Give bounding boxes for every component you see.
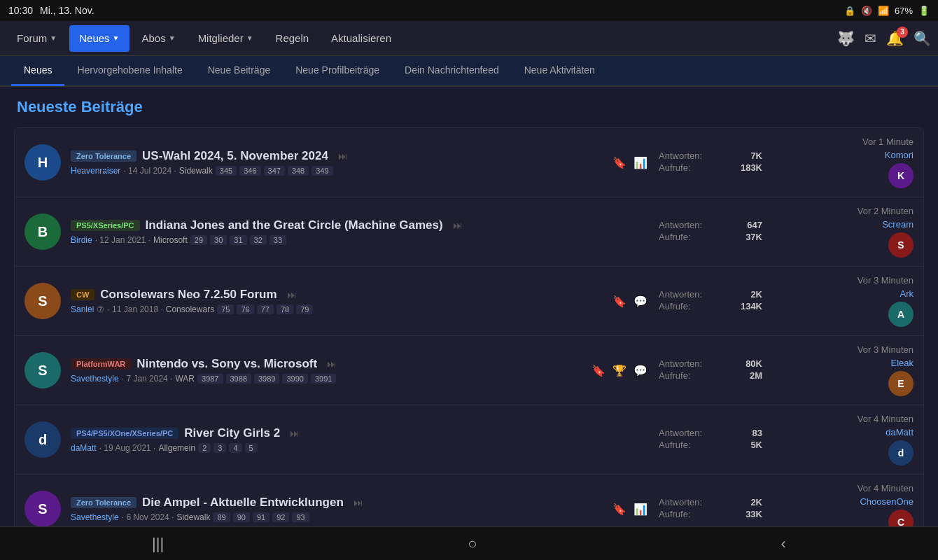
last-user[interactable]: Komori xyxy=(885,150,913,160)
subnav-neue-aktivitaeten[interactable]: Neue Aktivitäten xyxy=(512,55,608,86)
post-title[interactable]: Die Ampel - Aktuelle Entwicklungen xyxy=(142,496,344,510)
page-pill[interactable]: 30 xyxy=(210,235,227,245)
post-forum[interactable]: Allgemein xyxy=(158,443,195,453)
last-user[interactable]: Eleak xyxy=(890,358,913,368)
bell-icon-btn[interactable]: 🔔 3 xyxy=(886,30,904,47)
last-user[interactable]: Ark xyxy=(900,288,914,299)
post-title[interactable]: US-Wahl 2024, 5. November 2024 xyxy=(142,149,328,163)
post-forum[interactable]: Sidewalk xyxy=(179,166,213,176)
page-pill[interactable]: 348 xyxy=(288,166,309,176)
chat-icon[interactable]: 💬 xyxy=(634,295,648,308)
aufrufe-label: Aufrufe: xyxy=(659,509,691,519)
chat-icon[interactable]: 💬 xyxy=(634,364,648,377)
post-author[interactable]: daMatt xyxy=(71,443,97,453)
post-author[interactable]: Heavenraiser xyxy=(71,166,120,176)
skip-icon[interactable]: ⏭ xyxy=(290,428,300,439)
nav-mitglieder[interactable]: Mitglieder ▼ xyxy=(188,25,263,52)
post-tag[interactable]: PS4/PS5/XOne/XSeries/PC xyxy=(71,428,178,439)
page-pill[interactable]: 3988 xyxy=(226,374,251,384)
nav-abos[interactable]: Abos ▼ xyxy=(132,25,186,52)
last-user[interactable]: Scream xyxy=(882,219,913,230)
nav-neues[interactable]: Neues ▼ xyxy=(69,25,129,52)
post-author[interactable]: Savethestyle xyxy=(71,374,119,384)
page-pill[interactable]: 349 xyxy=(312,166,332,176)
page-pill[interactable]: 33 xyxy=(270,235,286,245)
page-pill[interactable]: 31 xyxy=(230,235,246,245)
page-pill[interactable]: 79 xyxy=(296,304,313,314)
skip-icon[interactable]: ⏭ xyxy=(453,220,463,231)
chart-icon[interactable]: 📊 xyxy=(634,156,648,169)
bookmark-icon[interactable]: 🔖 xyxy=(592,364,606,377)
page-pill[interactable]: 3991 xyxy=(311,374,336,384)
bottom-nav-home[interactable]: ○ xyxy=(451,529,493,559)
nav-aktualisieren[interactable]: Aktualisieren xyxy=(321,25,401,52)
post-author[interactable]: Birdie xyxy=(71,235,92,245)
post-forum[interactable]: WAR xyxy=(175,374,195,384)
chart-icon[interactable]: 📊 xyxy=(634,503,648,516)
page-pill[interactable]: 4 xyxy=(229,443,241,453)
post-title[interactable]: Consolewars Neo 7.2.50 Forum xyxy=(100,288,276,302)
page-pill[interactable]: 5 xyxy=(245,443,258,453)
page-pill[interactable]: 3990 xyxy=(282,374,307,384)
nav-regeln-label: Regeln xyxy=(276,32,309,44)
trophy-icon[interactable]: 🏆 xyxy=(612,364,626,377)
skip-icon[interactable]: ⏭ xyxy=(354,497,363,508)
subnav-neue-profilbeitraege[interactable]: Neue Profilbeiträge xyxy=(283,55,392,86)
post-forum[interactable]: Sidewalk xyxy=(176,512,210,522)
last-user[interactable]: daMatt xyxy=(886,427,913,438)
page-pill[interactable]: 78 xyxy=(276,304,293,314)
subnav-nachrichtenfeed[interactable]: Dein Nachrichtenfeed xyxy=(392,55,512,86)
bookmark-icon[interactable]: 🔖 xyxy=(612,295,626,308)
page-pill[interactable]: 3989 xyxy=(254,374,279,384)
post-title[interactable]: River City Girls 2 xyxy=(184,426,280,440)
post-forum[interactable]: Consolewars xyxy=(166,304,214,314)
page-pill[interactable]: 3987 xyxy=(197,374,223,384)
bookmark-icon[interactable]: 🔖 xyxy=(612,156,626,169)
page-pill[interactable]: 91 xyxy=(253,512,270,522)
post-tag[interactable]: PlatformWAR xyxy=(71,358,131,370)
search-icon-btn[interactable]: 🔍 xyxy=(913,30,931,47)
subnav-neues[interactable]: Neues xyxy=(11,55,64,86)
aufrufe-value: 134K xyxy=(741,301,762,312)
post-author[interactable]: Savethestyle xyxy=(71,512,119,522)
post-author[interactable]: Sanlei xyxy=(71,304,94,314)
last-user[interactable]: ChoosenOne xyxy=(860,496,913,507)
avatar-icon-btn[interactable]: 🐺 xyxy=(837,30,855,47)
subnav-hervorgehobene[interactable]: Hervorgehobene Inhalte xyxy=(64,55,195,86)
subnav-neue-beitraege[interactable]: Neue Beiträge xyxy=(195,55,284,86)
page-pill[interactable]: 76 xyxy=(237,304,253,314)
page-pill[interactable]: 75 xyxy=(217,304,234,314)
post-title[interactable]: Indiana Jones and the Great Circle (Mach… xyxy=(146,218,443,232)
page-pill[interactable]: 3 xyxy=(214,443,226,453)
page-pill[interactable]: 92 xyxy=(272,512,289,522)
skip-icon[interactable]: ⏭ xyxy=(287,289,297,300)
post-main: PS5/XSeries/PC Indiana Jones and the Gre… xyxy=(71,218,640,245)
page-pill[interactable]: 2 xyxy=(198,443,211,453)
page-pill[interactable]: 29 xyxy=(190,235,207,245)
page-pill[interactable]: 89 xyxy=(213,512,230,522)
bottom-nav-back[interactable]: ‹ xyxy=(764,529,803,559)
mail-icon-btn[interactable]: ✉ xyxy=(864,30,876,47)
nav-forum[interactable]: Forum ▼ xyxy=(7,25,66,52)
bookmark-icon[interactable]: 🔖 xyxy=(612,503,626,516)
page-pill[interactable]: 345 xyxy=(216,166,237,176)
post-tag[interactable]: PS5/XSeries/PC xyxy=(71,220,140,231)
page-pill[interactable]: 346 xyxy=(239,166,260,176)
bottom-nav-menu[interactable]: ||| xyxy=(135,529,181,559)
post-tag[interactable]: Zero Tolerance xyxy=(71,150,136,162)
page-pill[interactable]: 347 xyxy=(264,166,285,176)
post-title[interactable]: Nintendo vs. Sony vs. Microsoft xyxy=(136,357,317,371)
page-pill[interactable]: 32 xyxy=(250,235,267,245)
post-forum[interactable]: Microsoft xyxy=(153,235,188,245)
post-stats: Antworten: 2K Aufrufe: 33K xyxy=(648,497,774,521)
post-tag[interactable]: Zero Tolerance xyxy=(71,497,136,508)
skip-icon[interactable]: ⏭ xyxy=(327,358,337,370)
last-time: Vor 3 Minuten xyxy=(858,344,913,355)
last-right: Vor 3 Minuten Eleak E xyxy=(774,344,913,396)
skip-icon[interactable]: ⏭ xyxy=(338,150,348,162)
nav-regeln[interactable]: Regeln xyxy=(266,25,319,52)
post-tag[interactable]: CW xyxy=(71,289,94,300)
page-pill[interactable]: 77 xyxy=(257,304,274,314)
page-pill[interactable]: 93 xyxy=(292,512,309,522)
page-pill[interactable]: 90 xyxy=(233,512,250,522)
